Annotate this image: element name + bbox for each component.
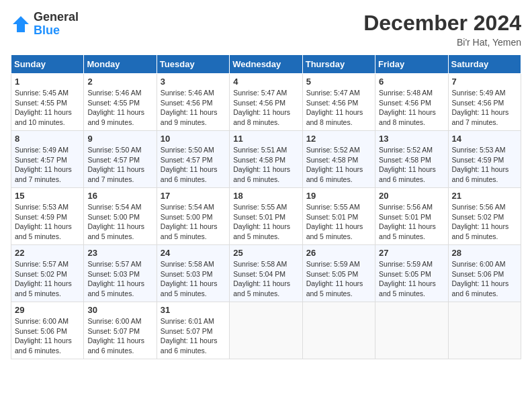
day-detail: Sunrise: 6:01 AM Sunset: 5:07 PM Dayligh… — [161, 316, 226, 356]
logo: General Blue — [11, 11, 79, 38]
table-row: 1 Sunrise: 5:45 AM Sunset: 4:55 PM Dayli… — [11, 74, 84, 131]
table-row: 15 Sunrise: 5:53 AM Sunset: 4:59 PM Dayl… — [11, 188, 84, 245]
table-row: 28 Sunrise: 6:00 AM Sunset: 5:06 PM Dayl… — [448, 245, 521, 302]
day-detail: Sunrise: 5:47 AM Sunset: 4:56 PM Dayligh… — [306, 88, 371, 128]
calendar-week-row: 1 Sunrise: 5:45 AM Sunset: 4:55 PM Dayli… — [11, 74, 521, 131]
day-number: 30 — [87, 305, 152, 315]
day-number: 8 — [15, 134, 80, 144]
day-number: 25 — [233, 248, 298, 258]
table-row: 31 Sunrise: 6:01 AM Sunset: 5:07 PM Dayl… — [157, 302, 229, 359]
day-detail: Sunrise: 5:53 AM Sunset: 4:59 PM Dayligh… — [15, 202, 80, 242]
table-row: 18 Sunrise: 5:55 AM Sunset: 5:01 PM Dayl… — [230, 188, 302, 245]
table-row: 6 Sunrise: 5:48 AM Sunset: 4:56 PM Dayli… — [375, 74, 448, 131]
table-row: 20 Sunrise: 5:56 AM Sunset: 5:01 PM Dayl… — [375, 188, 448, 245]
table-row: 8 Sunrise: 5:49 AM Sunset: 4:57 PM Dayli… — [11, 131, 84, 188]
day-number: 12 — [306, 134, 371, 144]
month-title: December 2024 — [363, 11, 521, 36]
table-row: 30 Sunrise: 6:00 AM Sunset: 5:07 PM Dayl… — [84, 302, 157, 359]
day-number: 4 — [233, 77, 298, 87]
table-row: 12 Sunrise: 5:52 AM Sunset: 4:58 PM Dayl… — [302, 131, 375, 188]
table-row: 4 Sunrise: 5:47 AM Sunset: 4:56 PM Dayli… — [230, 74, 302, 131]
calendar-header-row: Sunday Monday Tuesday Wednesday Thursday… — [11, 55, 521, 74]
day-detail: Sunrise: 5:49 AM Sunset: 4:57 PM Dayligh… — [15, 145, 80, 185]
day-number: 5 — [306, 77, 371, 87]
col-saturday: Saturday — [448, 55, 521, 74]
col-monday: Monday — [84, 55, 157, 74]
day-number: 3 — [161, 77, 226, 87]
day-number: 28 — [452, 248, 517, 258]
day-number: 24 — [161, 248, 226, 258]
day-number: 20 — [379, 191, 444, 201]
table-row: 9 Sunrise: 5:50 AM Sunset: 4:57 PM Dayli… — [84, 131, 157, 188]
table-row — [302, 302, 375, 359]
table-row: 5 Sunrise: 5:47 AM Sunset: 4:56 PM Dayli… — [302, 74, 375, 131]
day-number: 10 — [161, 134, 226, 144]
table-row: 17 Sunrise: 5:54 AM Sunset: 5:00 PM Dayl… — [157, 188, 229, 245]
day-number: 9 — [87, 134, 152, 144]
calendar-week-row: 22 Sunrise: 5:57 AM Sunset: 5:02 PM Dayl… — [11, 245, 521, 302]
table-row: 10 Sunrise: 5:50 AM Sunset: 4:57 PM Dayl… — [157, 131, 229, 188]
day-detail: Sunrise: 5:54 AM Sunset: 5:00 PM Dayligh… — [161, 202, 226, 242]
table-row: 16 Sunrise: 5:54 AM Sunset: 5:00 PM Dayl… — [84, 188, 157, 245]
logo-general: General — [34, 11, 79, 24]
day-number: 17 — [161, 191, 226, 201]
table-row — [448, 302, 521, 359]
table-row: 13 Sunrise: 5:52 AM Sunset: 4:58 PM Dayl… — [375, 131, 448, 188]
day-number: 19 — [306, 191, 371, 201]
day-detail: Sunrise: 5:52 AM Sunset: 4:58 PM Dayligh… — [379, 145, 444, 185]
table-row — [375, 302, 448, 359]
table-row: 21 Sunrise: 5:56 AM Sunset: 5:02 PM Dayl… — [448, 188, 521, 245]
day-number: 7 — [452, 77, 517, 87]
col-tuesday: Tuesday — [157, 55, 229, 74]
col-thursday: Thursday — [302, 55, 375, 74]
day-detail: Sunrise: 5:55 AM Sunset: 5:01 PM Dayligh… — [233, 202, 298, 242]
calendar-week-row: 15 Sunrise: 5:53 AM Sunset: 4:59 PM Dayl… — [11, 188, 521, 245]
page-header: General Blue December 2024 Bi'r Hat, Yem… — [11, 11, 521, 48]
day-detail: Sunrise: 5:57 AM Sunset: 5:03 PM Dayligh… — [87, 259, 152, 299]
day-detail: Sunrise: 5:50 AM Sunset: 4:57 PM Dayligh… — [87, 145, 152, 185]
day-number: 18 — [233, 191, 298, 201]
table-row: 22 Sunrise: 5:57 AM Sunset: 5:02 PM Dayl… — [11, 245, 84, 302]
table-row: 26 Sunrise: 5:59 AM Sunset: 5:05 PM Dayl… — [302, 245, 375, 302]
col-wednesday: Wednesday — [230, 55, 302, 74]
day-detail: Sunrise: 5:59 AM Sunset: 5:05 PM Dayligh… — [379, 259, 444, 299]
table-row: 27 Sunrise: 5:59 AM Sunset: 5:05 PM Dayl… — [375, 245, 448, 302]
day-detail: Sunrise: 5:56 AM Sunset: 5:02 PM Dayligh… — [452, 202, 517, 242]
day-detail: Sunrise: 5:51 AM Sunset: 4:58 PM Dayligh… — [233, 145, 298, 185]
day-number: 22 — [15, 248, 80, 258]
table-row: 25 Sunrise: 5:58 AM Sunset: 5:04 PM Dayl… — [230, 245, 302, 302]
logo-blue: Blue — [34, 24, 79, 38]
logo-icon — [11, 14, 31, 34]
day-number: 26 — [306, 248, 371, 258]
day-number: 31 — [161, 305, 226, 315]
table-row: 11 Sunrise: 5:51 AM Sunset: 4:58 PM Dayl… — [230, 131, 302, 188]
day-detail: Sunrise: 5:45 AM Sunset: 4:55 PM Dayligh… — [15, 88, 80, 128]
day-number: 29 — [15, 305, 80, 315]
day-number: 11 — [233, 134, 298, 144]
location: Bi'r Hat, Yemen — [363, 37, 521, 48]
logo-text: General Blue — [34, 11, 79, 38]
day-detail: Sunrise: 5:48 AM Sunset: 4:56 PM Dayligh… — [379, 88, 444, 128]
day-detail: Sunrise: 5:49 AM Sunset: 4:56 PM Dayligh… — [452, 88, 517, 128]
day-number: 21 — [452, 191, 517, 201]
day-detail: Sunrise: 5:46 AM Sunset: 4:56 PM Dayligh… — [161, 88, 226, 128]
day-detail: Sunrise: 6:00 AM Sunset: 5:06 PM Dayligh… — [15, 316, 80, 356]
day-detail: Sunrise: 5:58 AM Sunset: 5:04 PM Dayligh… — [233, 259, 298, 299]
day-number: 14 — [452, 134, 517, 144]
day-detail: Sunrise: 5:52 AM Sunset: 4:58 PM Dayligh… — [306, 145, 371, 185]
table-row: 7 Sunrise: 5:49 AM Sunset: 4:56 PM Dayli… — [448, 74, 521, 131]
table-row: 3 Sunrise: 5:46 AM Sunset: 4:56 PM Dayli… — [157, 74, 229, 131]
day-detail: Sunrise: 5:56 AM Sunset: 5:01 PM Dayligh… — [379, 202, 444, 242]
day-number: 15 — [15, 191, 80, 201]
day-detail: Sunrise: 5:54 AM Sunset: 5:00 PM Dayligh… — [87, 202, 152, 242]
svg-marker-0 — [13, 16, 29, 32]
table-row: 23 Sunrise: 5:57 AM Sunset: 5:03 PM Dayl… — [84, 245, 157, 302]
table-row: 24 Sunrise: 5:58 AM Sunset: 5:03 PM Dayl… — [157, 245, 229, 302]
table-row: 2 Sunrise: 5:46 AM Sunset: 4:55 PM Dayli… — [84, 74, 157, 131]
day-number: 2 — [87, 77, 152, 87]
day-detail: Sunrise: 5:53 AM Sunset: 4:59 PM Dayligh… — [452, 145, 517, 185]
calendar-week-row: 8 Sunrise: 5:49 AM Sunset: 4:57 PM Dayli… — [11, 131, 521, 188]
calendar-table: Sunday Monday Tuesday Wednesday Thursday… — [11, 54, 521, 359]
day-number: 6 — [379, 77, 444, 87]
day-number: 1 — [15, 77, 80, 87]
